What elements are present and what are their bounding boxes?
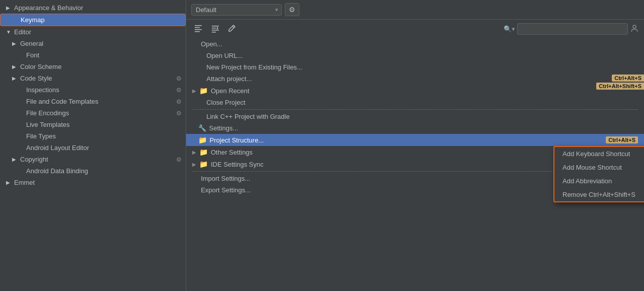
list-item[interactable]: Open...	[186, 38, 644, 50]
sidebar-item-file-types[interactable]: File Types	[0, 130, 186, 142]
svg-rect-3	[195, 31, 200, 32]
list-item-label: Attach project...	[206, 75, 638, 83]
chevron-right-icon: ▶	[12, 157, 18, 162]
spacer-icon	[192, 41, 198, 47]
sidebar-item-label: Keymap	[21, 16, 45, 24]
sidebar-item-label: Copyright	[20, 156, 48, 163]
spacer	[18, 52, 24, 58]
sidebar-item-label: Emmet	[14, 179, 35, 186]
expand-all-button[interactable]	[191, 22, 205, 36]
sidebar-item-copyright[interactable]: ▶ Copyright ⚙	[0, 154, 186, 165]
svg-rect-2	[195, 29, 202, 30]
chevron-right-icon: ▶	[6, 180, 12, 185]
sidebar-item-code-style[interactable]: ▶ Code Style ⚙	[0, 72, 186, 84]
svg-rect-7	[212, 32, 216, 33]
list-item[interactable]: ▶ 📁 Open Recent	[186, 85, 644, 97]
svg-line-9	[232, 26, 234, 28]
list-item-project-structure[interactable]: 📁 Project Structure... Ctrl+Alt+S	[186, 134, 644, 146]
settings-icon: ⚙	[176, 156, 182, 163]
separator	[192, 109, 638, 110]
sidebar-item-inspections[interactable]: Inspections ⚙	[0, 84, 186, 96]
sidebar-item-label: Live Templates	[26, 121, 69, 128]
settings-icon: ⚙	[176, 87, 182, 94]
sidebar: ▶ Appearance & Behavior Keymap ▼ Editor …	[0, 0, 186, 291]
svg-rect-4	[212, 26, 219, 27]
keymap-toolbar: Default ⚙	[186, 0, 644, 20]
chevron-right-icon: ▶	[12, 64, 18, 69]
shortcut-badge-area: Ctrl+Alt+S Ctrl+Alt+Shift+S	[596, 75, 644, 90]
settings-icon: ⚙	[176, 98, 182, 105]
pencil-icon	[228, 24, 236, 32]
gear-button[interactable]: ⚙	[285, 3, 299, 16]
context-menu-item-add-keyboard[interactable]: Add Keyboard Shortcut	[554, 147, 644, 161]
sidebar-item-live-templates[interactable]: Live Templates	[0, 119, 186, 130]
keymap-select-wrapper: Default	[191, 4, 282, 16]
sidebar-item-label: Android Layout Editor	[26, 144, 89, 152]
sidebar-item-file-encodings[interactable]: File Encodings ⚙	[0, 107, 186, 119]
shortcut-badge-ctrl-alt-s: Ctrl+Alt+S	[606, 136, 638, 143]
svg-rect-6	[212, 30, 219, 31]
action-bar: 🔍▾	[186, 20, 644, 38]
sidebar-item-label: File Types	[26, 132, 56, 140]
list-item[interactable]: 🔧 Settings...	[186, 122, 644, 134]
chevron-down-icon: ▼	[6, 29, 12, 35]
context-menu-item-add-mouse[interactable]: Add Mouse Shortcut	[554, 161, 644, 174]
spacer-icon	[192, 76, 203, 82]
sidebar-item-android-data-binding[interactable]: Android Data Binding	[0, 165, 186, 177]
sidebar-item-android-layout-editor[interactable]: Android Layout Editor	[0, 142, 186, 154]
sidebar-item-appearance[interactable]: ▶ Appearance & Behavior	[0, 2, 186, 14]
sidebar-item-keymap[interactable]: Keymap	[0, 14, 186, 26]
sidebar-item-file-code-templates[interactable]: File and Code Templates ⚙	[0, 96, 186, 107]
sidebar-item-font[interactable]: Font	[0, 49, 186, 61]
sidebar-item-general[interactable]: ▶ General	[0, 38, 186, 49]
list-item[interactable]: Attach project...	[186, 73, 644, 85]
svg-marker-8	[217, 27, 218, 30]
search-input[interactable]	[517, 23, 628, 35]
folder-icon: 📁	[199, 87, 208, 95]
chevron-right-icon: ▶	[192, 88, 196, 94]
folder-icon: 📁	[199, 148, 208, 156]
sidebar-item-label: File Encodings	[26, 109, 69, 117]
collapse-all-icon	[211, 24, 220, 33]
shortcut-ctrl-alt-shift-s-badge: Ctrl+Alt+Shift+S	[596, 83, 644, 90]
sidebar-item-label: Android Data Binding	[26, 167, 88, 175]
sidebar-item-label: General	[20, 40, 43, 47]
shortcut-ctrl-alt-s-badge: Ctrl+Alt+S	[612, 75, 644, 82]
expand-all-icon	[194, 24, 203, 33]
spacer	[18, 99, 24, 104]
sidebar-item-emmet[interactable]: ▶ Emmet	[0, 177, 186, 188]
sidebar-item-color-scheme[interactable]: ▶ Color Scheme	[0, 61, 186, 72]
chevron-right-icon: ▶	[12, 76, 18, 81]
sidebar-item-label: File and Code Templates	[26, 98, 99, 105]
find-shortcut-button[interactable]	[630, 24, 639, 34]
keymap-select[interactable]: Default	[191, 4, 282, 16]
wrench-icon: 🔧	[198, 124, 206, 132]
spacer-icon	[192, 64, 203, 70]
spacer-icon	[192, 100, 203, 105]
spacer-icon	[192, 137, 195, 143]
spacer	[18, 110, 24, 116]
sidebar-item-editor[interactable]: ▼ Editor	[0, 26, 186, 38]
context-menu-item-add-abbreviation[interactable]: Add Abbreviation	[554, 174, 644, 188]
list-item[interactable]: Close Project	[186, 97, 644, 108]
context-menu-item-remove[interactable]: Remove Ctrl+Alt+Shift+S	[554, 188, 644, 201]
chevron-right-icon: ▶	[192, 162, 196, 167]
list-item[interactable]: New Project from Existing Files...	[186, 61, 644, 73]
edit-button[interactable]	[225, 23, 238, 35]
folder-icon: 📁	[198, 136, 207, 144]
list-item-label: Settings...	[209, 124, 638, 132]
list-item[interactable]: Open URL...	[186, 50, 644, 61]
spacer-icon	[192, 125, 195, 131]
list-item-label: Link C++ Project with Gradle	[206, 113, 638, 120]
spacer-icon	[192, 176, 198, 181]
search-box: 🔍▾	[504, 23, 639, 35]
list-item[interactable]: Link C++ Project with Gradle	[186, 111, 644, 122]
collapse-all-button[interactable]	[208, 22, 222, 36]
sidebar-item-label: Inspections	[26, 86, 59, 94]
settings-icon: ⚙	[176, 75, 182, 82]
spacer	[18, 168, 24, 174]
spacer	[13, 17, 19, 23]
user-icon	[630, 24, 639, 33]
list-item-label: Close Project	[206, 99, 638, 106]
spacer	[18, 133, 24, 139]
